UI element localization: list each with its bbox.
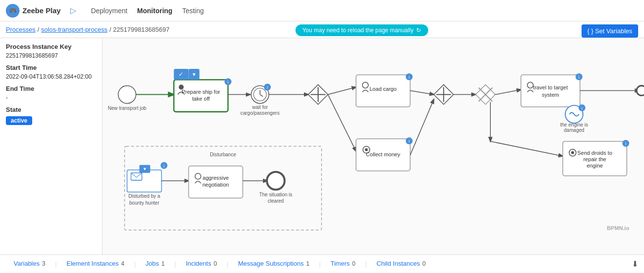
flow-p1-load xyxy=(328,87,356,94)
start-time-value: 2022-09-04T13:06:58.284+02:00 xyxy=(6,73,96,80)
task-droids-label3: engine xyxy=(586,163,603,168)
task-negotiation-label2: negotiation xyxy=(202,182,229,188)
state-label: State xyxy=(6,106,96,113)
flow-exclusive-travel xyxy=(495,89,521,94)
start-event[interactable] xyxy=(118,85,136,103)
process-instance-key-label: Process Instance Key xyxy=(6,43,96,50)
svg-point-21 xyxy=(571,151,574,154)
check-icon: ✓ xyxy=(179,71,183,78)
timer-label: wait for xyxy=(252,105,268,110)
flow-collect-p2 xyxy=(410,100,434,155)
task-prepare-label2: take off xyxy=(192,96,210,102)
reload-banner[interactable]: You may need to reload the page manually… xyxy=(296,24,428,36)
nav: Deployment Monitoring Testing xyxy=(91,7,203,15)
svg-text:i: i xyxy=(625,141,626,146)
tab-timers-count: 0 xyxy=(352,260,356,267)
breadcrumb: Processes / solos-transport-process / 22… xyxy=(6,26,169,33)
svg-text:i: i xyxy=(227,80,228,84)
main-layout: Process Instance Key 2251799813685697 St… xyxy=(0,38,644,254)
task-droids-label2: repair the xyxy=(584,156,606,162)
svg-text:i: i xyxy=(409,139,410,144)
tab-jobs-label: Jobs xyxy=(145,260,159,267)
task-travel[interactable] xyxy=(521,75,580,107)
bpmn-diagram: New transport job ✓ ▼ Prepare ship for t… xyxy=(102,38,644,254)
flow-p1-collect xyxy=(328,95,356,151)
play-button[interactable]: ▷ xyxy=(70,6,76,15)
task-negotiation-label: aggressive xyxy=(202,175,229,181)
reload-icon[interactable]: ↻ xyxy=(416,27,421,34)
tab-jobs-count: 1 xyxy=(161,260,165,267)
state-badge: active xyxy=(6,116,32,125)
end-event-partial xyxy=(637,85,644,95)
bpmn-canvas-area: New transport job ✓ ▼ Prepare ship for t… xyxy=(102,38,644,254)
disturbed-label: Disturbed by a xyxy=(128,193,160,199)
bottom-tabs: Variables 3 | Element Instances 4 | Jobs… xyxy=(0,254,644,273)
task-travel-label: travel to target xyxy=(533,84,568,90)
nav-testing[interactable]: Testing xyxy=(182,7,203,15)
left-panel: Process Instance Key 2251799813685697 St… xyxy=(0,38,102,254)
breadcrumb-instance: 2251799813685697 xyxy=(113,26,170,33)
tab-variables-label: Variables xyxy=(14,260,40,267)
download-button[interactable]: ⬇ xyxy=(632,259,638,269)
bpmn-io-watermark: BPMN.io xyxy=(607,225,629,231)
tab-incidents-count: 0 xyxy=(214,260,217,267)
tab-variables[interactable]: Variables 3 xyxy=(6,255,53,273)
set-variables-button[interactable]: { } Set Variables xyxy=(582,24,638,38)
tab-child-instances-label: Child Instances xyxy=(377,260,420,267)
timer-label2: cargo/passengers xyxy=(241,110,280,116)
cleared-label: The situation is xyxy=(259,192,292,197)
logo-icon: 🎮 xyxy=(6,4,20,18)
svg-text:i: i xyxy=(267,85,268,90)
task-travel-label2: system xyxy=(542,92,559,98)
svg-text:i: i xyxy=(163,164,164,168)
situation-cleared-event[interactable] xyxy=(267,172,284,189)
tab-timers[interactable]: Timers 0 xyxy=(323,255,363,273)
flow-load-p2 xyxy=(410,90,434,94)
tab-variables-count: 3 xyxy=(42,260,45,267)
task-load-label: Load cargo xyxy=(369,86,397,92)
header: 🎮 Zeebe Play ▷ Deployment Monitoring Tes… xyxy=(0,0,644,21)
tab-message-subscriptions[interactable]: Message Subscriptions 1 xyxy=(230,255,317,273)
tab-timers-label: Timers xyxy=(331,260,350,267)
disturbance-label: Disturbance xyxy=(210,152,236,157)
dropdown-icon: ▼ xyxy=(192,72,197,77)
task-droids-label: Send droids to xyxy=(577,150,612,156)
nav-deployment[interactable]: Deployment xyxy=(91,7,127,15)
tab-element-instances[interactable]: Element Instances 4 xyxy=(59,255,132,273)
tab-incidents[interactable]: Incidents 0 xyxy=(178,255,225,273)
engine-damaged-label: the engine is xyxy=(560,122,588,127)
svg-text:i: i xyxy=(409,75,410,80)
tab-element-instances-count: 4 xyxy=(121,260,124,267)
cleared-label2: cleared xyxy=(268,198,284,204)
flow-exclusive-droids2 xyxy=(490,141,563,156)
logo: 🎮 Zeebe Play xyxy=(6,4,60,18)
svg-text:▼: ▼ xyxy=(142,167,147,171)
logo-text: Zeebe Play xyxy=(22,6,60,15)
breadcrumb-process[interactable]: solos-transport-process xyxy=(41,26,107,33)
svg-text:i: i xyxy=(579,75,580,80)
svg-text:i: i xyxy=(582,106,583,111)
end-time-value: - xyxy=(6,94,96,101)
task-collect-label: Collect money xyxy=(366,151,401,157)
nav-monitoring[interactable]: Monitoring xyxy=(137,7,172,15)
start-event-label: New transport job xyxy=(108,105,146,111)
task-prepare-label: Prepare ship for xyxy=(181,89,220,95)
disturbed-label2: bounty hunter xyxy=(129,200,160,206)
tab-jobs[interactable]: Jobs 1 xyxy=(138,255,172,273)
tab-incidents-label: Incidents xyxy=(186,260,211,267)
start-time-label: Start Time xyxy=(6,64,96,71)
reload-text: You may need to reload the page manually xyxy=(302,27,414,34)
tab-element-instances-label: Element Instances xyxy=(66,260,119,267)
breadcrumb-processes[interactable]: Processes xyxy=(6,26,36,33)
tab-child-instances[interactable]: Child Instances 0 xyxy=(369,255,434,273)
end-time-label: End Time xyxy=(6,85,96,92)
engine-damaged-label2: damaged xyxy=(564,127,584,133)
tab-message-subscriptions-label: Message Subscriptions xyxy=(238,260,303,267)
tab-message-subscriptions-count: 1 xyxy=(306,260,309,267)
process-instance-key-value: 2251799813685697 xyxy=(6,52,96,59)
tab-child-instances-count: 0 xyxy=(423,260,426,267)
